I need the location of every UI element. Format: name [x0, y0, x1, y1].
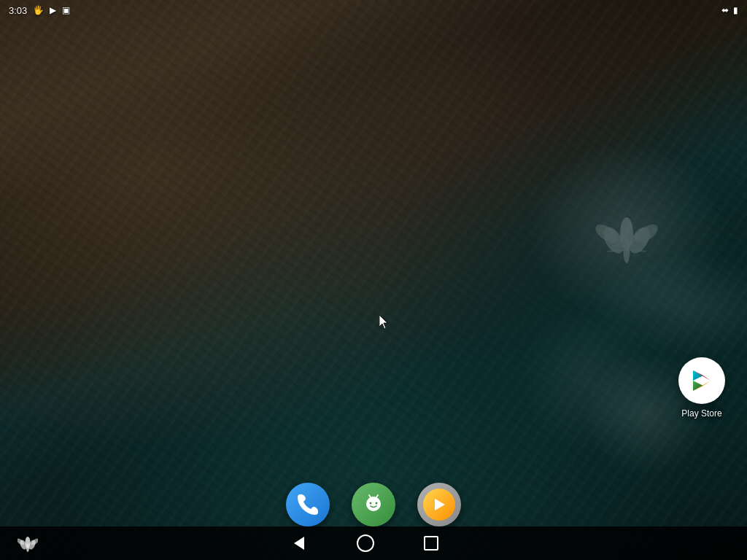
app3-play-icon	[432, 497, 446, 512]
home-icon	[357, 534, 374, 552]
svg-marker-6	[693, 370, 703, 381]
status-left: 3:03 🖐 ▶ ▣	[9, 5, 70, 16]
lotus-watermark	[594, 204, 659, 270]
battery-status-icon: ▮	[733, 5, 738, 15]
back-icon	[291, 535, 307, 551]
dock-app3[interactable]	[417, 483, 461, 526]
play-store-app[interactable]: Play Store	[678, 357, 725, 419]
nav-recents-button[interactable]	[421, 533, 441, 553]
play-status-icon: ▶	[50, 5, 56, 15]
nav-lotus-button[interactable]	[15, 530, 41, 556]
dock	[0, 483, 747, 526]
svg-marker-7	[693, 381, 703, 391]
svg-point-21	[26, 537, 31, 548]
app3-inner	[423, 489, 455, 521]
play-store-label: Play Store	[681, 408, 721, 419]
svg-point-5	[620, 217, 633, 250]
hand-status-icon: 🖐	[33, 5, 44, 15]
svg-point-10	[366, 497, 381, 511]
phone-icon	[296, 493, 320, 516]
svg-marker-15	[435, 499, 445, 510]
play-store-logo	[689, 368, 715, 394]
app3-icon-bg	[417, 483, 461, 526]
svg-point-11	[370, 502, 372, 505]
phone-icon-bg	[286, 483, 330, 526]
svg-point-12	[376, 502, 378, 505]
svg-marker-22	[294, 537, 304, 550]
play-store-icon-bg	[678, 357, 725, 404]
dock-android-app[interactable]	[352, 483, 395, 526]
clock: 3:03	[9, 5, 27, 16]
status-right: ⬌ ▮	[721, 5, 738, 15]
android-icon-bg	[352, 483, 395, 526]
status-bar: 3:03 🖐 ▶ ▣ ⬌ ▮	[0, 0, 747, 20]
nav-home-button[interactable]	[354, 532, 377, 555]
lotus-nav-icon	[18, 533, 38, 553]
display-status-icon: ⬌	[721, 5, 729, 15]
nav-bar	[0, 526, 747, 560]
svg-line-13	[369, 495, 371, 497]
android-icon	[361, 492, 386, 517]
nav-back-button[interactable]	[288, 532, 310, 554]
sim-status-icon: ▣	[62, 5, 70, 15]
recents-icon	[424, 536, 438, 551]
svg-line-14	[376, 495, 378, 497]
wallpaper	[0, 0, 747, 560]
dock-phone-app[interactable]	[286, 483, 330, 526]
nav-center	[288, 532, 441, 555]
nav-left	[15, 530, 41, 556]
